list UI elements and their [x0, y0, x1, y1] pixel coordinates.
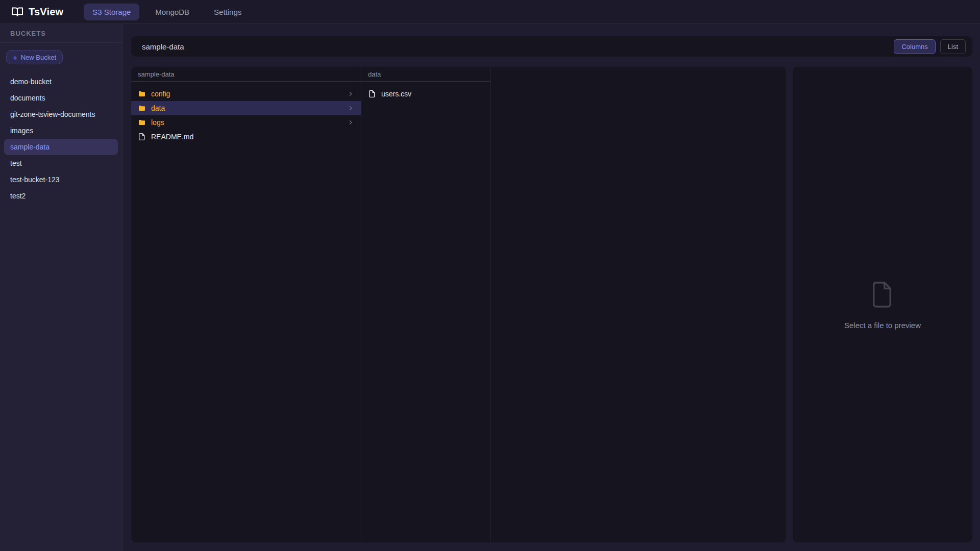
bucket-item-documents[interactable]: documents: [4, 90, 118, 106]
preview-placeholder-text: Select a file to preview: [844, 321, 921, 330]
chevron-right-icon: [347, 105, 354, 112]
sidebar-header: BUCKETS: [0, 24, 122, 43]
new-bucket-area: + New Bucket: [0, 43, 122, 68]
bucket-item-images[interactable]: images: [4, 122, 118, 139]
main-content: sample-data Columns List sample-data c: [122, 24, 980, 551]
entry-logs[interactable]: logs: [131, 115, 361, 130]
column-sample-data: sample-data config: [131, 67, 361, 542]
chevron-right-icon: [347, 119, 354, 126]
bucket-item-test-bucket-123[interactable]: test-bucket-123: [4, 171, 118, 188]
entry-name: data: [151, 104, 165, 112]
entry-readme-md[interactable]: README.md: [131, 130, 361, 144]
tab-settings[interactable]: Settings: [205, 4, 250, 20]
column-header: sample-data: [131, 67, 361, 82]
column-body: users.csv: [361, 82, 491, 101]
column-header: data: [361, 67, 491, 82]
folder-icon: [138, 90, 146, 98]
entry-name: users.csv: [381, 90, 411, 98]
new-bucket-label: New Bucket: [21, 54, 56, 61]
buckets-sidebar: BUCKETS + New Bucket demo-bucket documen…: [0, 24, 122, 551]
column-data: data users.csv: [361, 67, 491, 542]
bucket-item-demo-bucket[interactable]: demo-bucket: [4, 73, 118, 90]
bucket-header-bar: sample-data Columns List: [131, 36, 972, 57]
app-title: TsView: [29, 6, 63, 18]
entry-name: logs: [151, 118, 164, 127]
bucket-item-test2[interactable]: test2: [4, 188, 118, 204]
list-view-button[interactable]: List: [940, 39, 966, 54]
folder-icon: [138, 104, 146, 112]
file-icon: [138, 133, 146, 141]
column-body: config data: [131, 82, 361, 144]
bucket-item-test[interactable]: test: [4, 155, 118, 171]
entry-config[interactable]: config: [131, 87, 361, 101]
file-icon: [368, 90, 376, 98]
buckets-section-title: BUCKETS: [10, 30, 46, 37]
plus-icon: +: [13, 54, 17, 61]
file-preview-panel: Select a file to preview: [793, 67, 972, 542]
entry-name: config: [151, 90, 170, 98]
bucket-title: sample-data: [142, 42, 184, 51]
folder-icon: [138, 118, 146, 127]
brand: TsView: [11, 6, 63, 18]
bucket-item-sample-data[interactable]: sample-data: [4, 139, 118, 155]
entry-data[interactable]: data: [131, 101, 361, 115]
entry-name: README.md: [151, 133, 193, 141]
new-bucket-button[interactable]: + New Bucket: [6, 50, 63, 64]
tab-mongodb[interactable]: MongoDB: [146, 4, 198, 20]
book-open-icon: [11, 6, 23, 18]
bucket-list: demo-bucket documents git-zone-tsview-do…: [0, 68, 122, 209]
file-placeholder-icon: [871, 280, 894, 309]
chevron-right-icon: [347, 90, 354, 97]
entry-users-csv[interactable]: users.csv: [361, 87, 491, 101]
file-browser-columns: sample-data config: [131, 67, 786, 542]
columns-view-button[interactable]: Columns: [894, 39, 935, 54]
tab-s3-storage[interactable]: S3 Storage: [84, 4, 139, 20]
content-row: sample-data config: [131, 67, 972, 542]
bucket-item-git-zone-tsview-documents[interactable]: git-zone-tsview-documents: [4, 106, 118, 122]
view-toggle: Columns List: [894, 39, 966, 54]
topbar: TsView S3 Storage MongoDB Settings: [0, 0, 980, 24]
main-nav: S3 Storage MongoDB Settings: [84, 4, 250, 20]
